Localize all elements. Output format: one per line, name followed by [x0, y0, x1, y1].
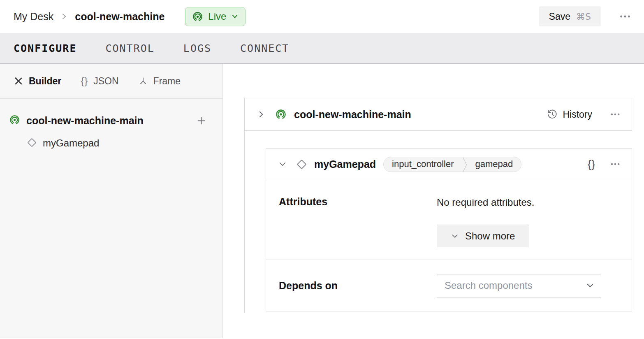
mode-frame-button[interactable]: Frame	[138, 76, 181, 87]
tab-control[interactable]: CONTROL	[105, 42, 154, 54]
badge-separator-chevron	[462, 157, 467, 172]
no-attributes-text: No required attributes.	[437, 197, 534, 208]
tree-connector-line	[244, 131, 245, 313]
attributes-label: Attributes	[279, 196, 437, 260]
depends-on-label: Depends on	[279, 280, 437, 292]
breadcrumb-parent-link[interactable]: My Desk	[14, 11, 53, 23]
machine-status-dropdown[interactable]: Live	[185, 7, 246, 26]
machine-part-icon	[275, 109, 287, 120]
attributes-section: Attributes No required attributes. Show …	[266, 180, 632, 260]
braces-icon: {}	[81, 75, 88, 87]
component-menu-button[interactable]	[609, 158, 621, 170]
depends-on-select[interactable]	[437, 274, 601, 297]
history-button-label: History	[563, 109, 592, 120]
component-json-toggle-button[interactable]: {}	[588, 158, 595, 171]
chevron-down-icon	[451, 232, 459, 240]
top-header: My Desk cool-new-machine Live Save ⌘S	[0, 0, 644, 33]
mode-json-label: JSON	[93, 76, 118, 87]
machine-status-label: Live	[208, 11, 226, 22]
part-card-menu-button[interactable]	[609, 109, 621, 120]
component-type: input_controller	[384, 159, 462, 170]
mode-frame-label: Frame	[153, 76, 181, 87]
header-overflow-menu-button[interactable]	[619, 10, 632, 23]
save-shortcut-hint: ⌘S	[576, 12, 591, 22]
tab-connect[interactable]: CONNECT	[240, 42, 289, 54]
configure-workspace: Builder {} JSON Frame	[0, 64, 644, 338]
search-components-input[interactable]	[445, 280, 586, 291]
component-diamond-icon	[26, 137, 37, 150]
config-sidebar: Builder {} JSON Frame	[0, 64, 223, 338]
part-card-title: cool-new-machine-main	[294, 109, 411, 121]
tree-item-machine-part[interactable]: cool-new-machine-main	[0, 110, 222, 131]
view-mode-switcher: Builder {} JSON Frame	[0, 64, 222, 99]
mode-builder-button[interactable]: Builder	[14, 76, 61, 87]
machine-part-card: cool-new-machine-main History	[244, 98, 632, 131]
add-component-button[interactable]	[196, 115, 207, 126]
chevron-down-icon	[586, 281, 594, 290]
machine-tree: cool-new-machine-main myGamepad	[0, 99, 222, 153]
save-button[interactable]: Save ⌘S	[540, 7, 600, 26]
tab-logs[interactable]: LOGS	[183, 42, 211, 54]
tab-configure[interactable]: CONFIGURE	[14, 42, 76, 54]
show-more-label: Show more	[465, 230, 515, 242]
tools-icon	[14, 76, 23, 86]
depends-on-section: Depends on	[266, 260, 632, 311]
component-card-header: myGamepad input_controller gamepad {}	[266, 149, 632, 180]
mode-builder-label: Builder	[29, 76, 61, 87]
expand-part-chevron-icon[interactable]	[257, 110, 265, 118]
breadcrumb-current: cool-new-machine	[75, 11, 164, 23]
tree-item-label: cool-new-machine-main	[26, 115, 196, 127]
save-button-label: Save	[549, 11, 570, 22]
chevron-down-icon	[231, 13, 239, 20]
machine-part-icon	[9, 114, 20, 127]
history-icon	[547, 109, 558, 120]
tab-bar: CONFIGURE CONTROL LOGS CONNECT	[0, 33, 644, 64]
collapse-component-chevron-icon[interactable]	[278, 160, 287, 168]
axes-icon	[138, 76, 148, 86]
component-diamond-icon	[296, 158, 308, 170]
component-model: gamepad	[467, 159, 521, 170]
tree-item-label: myGamepad	[43, 137, 99, 149]
component-card: myGamepad input_controller gamepad {} A	[266, 148, 632, 311]
component-card-title: myGamepad	[314, 158, 376, 170]
machine-live-icon	[192, 11, 203, 22]
tree-item-component[interactable]: myGamepad	[0, 133, 222, 153]
history-button[interactable]: History	[547, 109, 592, 120]
component-type-badge: input_controller gamepad	[383, 157, 521, 172]
config-main-panel: cool-new-machine-main History	[223, 64, 644, 338]
breadcrumb-chevron-icon	[60, 12, 68, 21]
mode-json-button[interactable]: {} JSON	[81, 75, 118, 87]
show-more-button[interactable]: Show more	[437, 225, 529, 247]
